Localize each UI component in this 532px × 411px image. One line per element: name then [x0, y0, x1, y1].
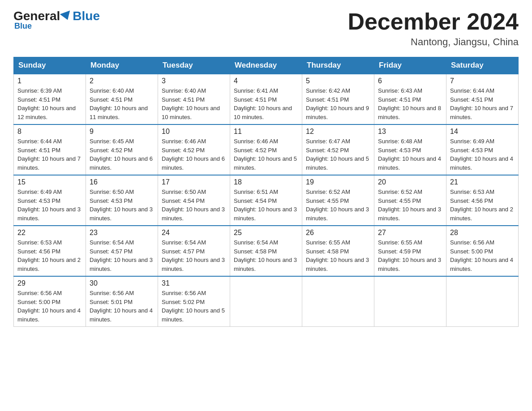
day-info: Sunrise: 6:45 AMSunset: 4:52 PMDaylight:… [90, 138, 153, 171]
day-info: Sunrise: 6:39 AMSunset: 4:51 PMDaylight:… [17, 87, 76, 120]
calendar-cell: 20 Sunrise: 6:52 AMSunset: 4:55 PMDaylig… [374, 175, 446, 226]
day-info: Sunrise: 6:55 AMSunset: 4:58 PMDaylight:… [306, 239, 369, 272]
day-info: Sunrise: 6:50 AMSunset: 4:53 PMDaylight:… [90, 188, 153, 222]
day-number: 9 [90, 128, 154, 136]
day-info: Sunrise: 6:44 AMSunset: 4:51 PMDaylight:… [450, 87, 513, 120]
day-info: Sunrise: 6:52 AMSunset: 4:55 PMDaylight:… [306, 188, 369, 222]
day-number: 12 [306, 128, 370, 136]
day-header-saturday: Saturday [446, 57, 519, 74]
calendar-cell: 2 Sunrise: 6:40 AMSunset: 4:51 PMDayligh… [86, 74, 158, 124]
calendar-cell: 17 Sunrise: 6:50 AMSunset: 4:54 PMDaylig… [158, 175, 230, 226]
calendar-cell: 22 Sunrise: 6:53 AMSunset: 4:56 PMDaylig… [14, 226, 86, 276]
calendar-cell: 23 Sunrise: 6:54 AMSunset: 4:57 PMDaylig… [86, 226, 158, 276]
calendar-cell: 26 Sunrise: 6:55 AMSunset: 4:58 PMDaylig… [302, 226, 374, 276]
day-number: 11 [234, 128, 298, 136]
day-number: 28 [450, 229, 515, 237]
calendar-table: SundayMondayTuesdayWednesdayThursdayFrid… [13, 57, 519, 327]
day-info: Sunrise: 6:51 AMSunset: 4:54 PMDaylight:… [234, 188, 297, 222]
day-info: Sunrise: 6:56 AMSunset: 5:00 PMDaylight:… [17, 290, 81, 323]
calendar-cell: 15 Sunrise: 6:49 AMSunset: 4:53 PMDaylig… [14, 175, 86, 226]
day-info: Sunrise: 6:44 AMSunset: 4:51 PMDaylight:… [17, 138, 81, 171]
day-number: 21 [450, 178, 515, 186]
day-header-tuesday: Tuesday [158, 57, 230, 74]
calendar-cell: 10 Sunrise: 6:46 AMSunset: 4:52 PMDaylig… [158, 124, 230, 175]
day-header-friday: Friday [374, 57, 446, 74]
day-info: Sunrise: 6:42 AMSunset: 4:51 PMDaylight:… [306, 87, 369, 120]
day-info: Sunrise: 6:55 AMSunset: 4:59 PMDaylight:… [378, 239, 441, 272]
day-number: 15 [17, 178, 82, 186]
calendar-cell: 25 Sunrise: 6:54 AMSunset: 4:58 PMDaylig… [230, 226, 302, 276]
calendar-cell: 1 Sunrise: 6:39 AMSunset: 4:51 PMDayligh… [14, 74, 86, 124]
day-header-wednesday: Wednesday [230, 57, 302, 74]
calendar-cell: 5 Sunrise: 6:42 AMSunset: 4:51 PMDayligh… [302, 74, 374, 124]
day-number: 17 [162, 178, 226, 186]
day-number: 25 [234, 229, 298, 237]
logo-subtitle: Blue [13, 21, 32, 31]
day-info: Sunrise: 6:49 AMSunset: 4:53 PMDaylight:… [17, 188, 81, 222]
day-info: Sunrise: 6:50 AMSunset: 4:54 PMDaylight:… [162, 188, 225, 222]
logo: General Blue Blue [13, 9, 100, 31]
day-number: 27 [378, 229, 442, 237]
logo-blue-text: Blue [73, 9, 100, 23]
day-info: Sunrise: 6:40 AMSunset: 4:51 PMDaylight:… [162, 87, 220, 120]
day-number: 22 [17, 229, 82, 237]
day-header-monday: Monday [86, 57, 158, 74]
calendar-cell: 24 Sunrise: 6:54 AMSunset: 4:57 PMDaylig… [158, 226, 230, 276]
day-info: Sunrise: 6:56 AMSunset: 5:00 PMDaylight:… [450, 239, 513, 272]
day-number: 1 [17, 77, 82, 85]
calendar-cell: 3 Sunrise: 6:40 AMSunset: 4:51 PMDayligh… [158, 74, 230, 124]
calendar-week-2: 8 Sunrise: 6:44 AMSunset: 4:51 PMDayligh… [14, 124, 519, 175]
calendar-cell: 14 Sunrise: 6:49 AMSunset: 4:53 PMDaylig… [446, 124, 519, 175]
calendar-cell: 9 Sunrise: 6:45 AMSunset: 4:52 PMDayligh… [86, 124, 158, 175]
day-number: 23 [90, 229, 154, 237]
day-info: Sunrise: 6:54 AMSunset: 4:57 PMDaylight:… [90, 239, 153, 272]
title-section: December 2024 Nantong, Jiangsu, China [348, 9, 519, 48]
day-info: Sunrise: 6:54 AMSunset: 4:57 PMDaylight:… [162, 239, 225, 272]
day-number: 5 [306, 77, 370, 85]
calendar-cell [446, 276, 519, 327]
day-info: Sunrise: 6:46 AMSunset: 4:52 PMDaylight:… [234, 138, 297, 171]
calendar-cell: 30 Sunrise: 6:56 AMSunset: 5:01 PMDaylig… [86, 276, 158, 327]
day-info: Sunrise: 6:49 AMSunset: 4:53 PMDaylight:… [450, 138, 513, 171]
day-number: 8 [17, 128, 82, 136]
calendar-cell [230, 276, 302, 327]
month-title: December 2024 [348, 9, 519, 34]
day-number: 18 [234, 178, 298, 186]
day-number: 14 [450, 128, 515, 136]
day-number: 3 [162, 77, 226, 85]
day-info: Sunrise: 6:43 AMSunset: 4:51 PMDaylight:… [378, 87, 441, 120]
day-number: 7 [450, 77, 515, 85]
day-info: Sunrise: 6:54 AMSunset: 4:58 PMDaylight:… [234, 239, 297, 272]
day-number: 19 [306, 178, 370, 186]
day-header-sunday: Sunday [14, 57, 86, 74]
day-number: 13 [378, 128, 442, 136]
calendar-cell: 29 Sunrise: 6:56 AMSunset: 5:00 PMDaylig… [14, 276, 86, 327]
day-number: 26 [306, 229, 370, 237]
page-header: General Blue Blue December 2024 Nantong,… [13, 9, 519, 48]
calendar-cell: 13 Sunrise: 6:48 AMSunset: 4:53 PMDaylig… [374, 124, 446, 175]
day-number: 6 [378, 77, 442, 85]
calendar-cell: 18 Sunrise: 6:51 AMSunset: 4:54 PMDaylig… [230, 175, 302, 226]
location-title: Nantong, Jiangsu, China [348, 36, 519, 48]
calendar-cell: 16 Sunrise: 6:50 AMSunset: 4:53 PMDaylig… [86, 175, 158, 226]
calendar-cell: 4 Sunrise: 6:41 AMSunset: 4:51 PMDayligh… [230, 74, 302, 124]
day-number: 2 [90, 77, 154, 85]
calendar-week-5: 29 Sunrise: 6:56 AMSunset: 5:00 PMDaylig… [14, 276, 519, 327]
day-number: 24 [162, 229, 226, 237]
day-info: Sunrise: 6:40 AMSunset: 4:51 PMDaylight:… [90, 87, 148, 120]
calendar-cell: 21 Sunrise: 6:53 AMSunset: 4:56 PMDaylig… [446, 175, 519, 226]
day-number: 31 [162, 279, 226, 287]
calendar-cell: 6 Sunrise: 6:43 AMSunset: 4:51 PMDayligh… [374, 74, 446, 124]
day-info: Sunrise: 6:56 AMSunset: 5:02 PMDaylight:… [162, 290, 225, 323]
logo-triangle-icon [60, 10, 73, 21]
calendar-week-3: 15 Sunrise: 6:49 AMSunset: 4:53 PMDaylig… [14, 175, 519, 226]
calendar-cell: 11 Sunrise: 6:46 AMSunset: 4:52 PMDaylig… [230, 124, 302, 175]
day-header-thursday: Thursday [302, 57, 374, 74]
day-info: Sunrise: 6:53 AMSunset: 4:56 PMDaylight:… [17, 239, 81, 272]
day-info: Sunrise: 6:56 AMSunset: 5:01 PMDaylight:… [90, 290, 153, 323]
day-number: 16 [90, 178, 154, 186]
day-number: 29 [17, 279, 82, 287]
calendar-cell [374, 276, 446, 327]
calendar-cell [302, 276, 374, 327]
calendar-cell: 8 Sunrise: 6:44 AMSunset: 4:51 PMDayligh… [14, 124, 86, 175]
